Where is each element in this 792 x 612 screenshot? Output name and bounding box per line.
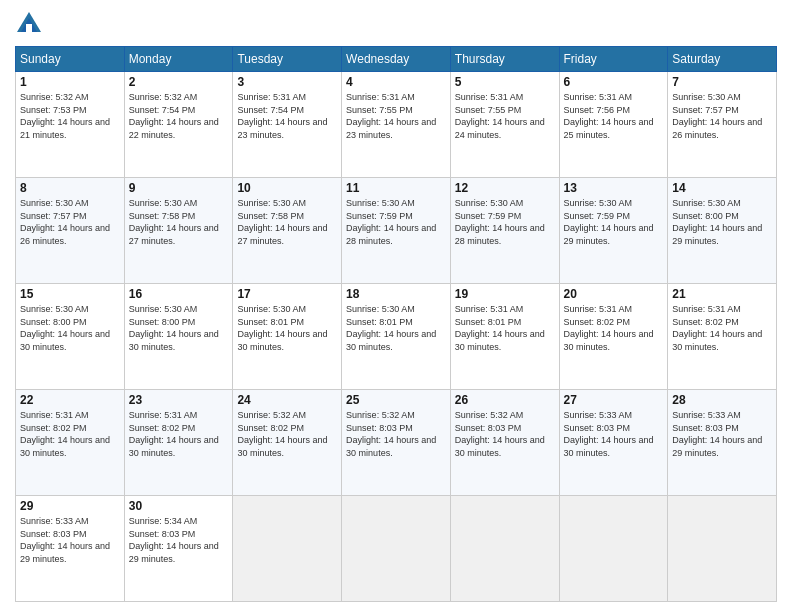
day-info: Sunrise: 5:30 AMSunset: 8:00 PMDaylight:… bbox=[672, 197, 772, 247]
calendar: SundayMondayTuesdayWednesdayThursdayFrid… bbox=[15, 46, 777, 602]
calendar-week-1: 1Sunrise: 5:32 AMSunset: 7:53 PMDaylight… bbox=[16, 72, 777, 178]
day-number: 2 bbox=[129, 75, 229, 89]
calendar-week-2: 8Sunrise: 5:30 AMSunset: 7:57 PMDaylight… bbox=[16, 178, 777, 284]
day-info: Sunrise: 5:32 AMSunset: 8:03 PMDaylight:… bbox=[455, 409, 555, 459]
calendar-cell bbox=[342, 496, 451, 602]
day-info: Sunrise: 5:30 AMSunset: 7:58 PMDaylight:… bbox=[129, 197, 229, 247]
calendar-cell: 24Sunrise: 5:32 AMSunset: 8:02 PMDayligh… bbox=[233, 390, 342, 496]
header-cell-tuesday: Tuesday bbox=[233, 47, 342, 72]
day-info: Sunrise: 5:31 AMSunset: 8:02 PMDaylight:… bbox=[129, 409, 229, 459]
day-info: Sunrise: 5:31 AMSunset: 8:01 PMDaylight:… bbox=[455, 303, 555, 353]
day-number: 29 bbox=[20, 499, 120, 513]
calendar-cell: 10Sunrise: 5:30 AMSunset: 7:58 PMDayligh… bbox=[233, 178, 342, 284]
day-number: 3 bbox=[237, 75, 337, 89]
calendar-cell: 14Sunrise: 5:30 AMSunset: 8:00 PMDayligh… bbox=[668, 178, 777, 284]
calendar-header-row: SundayMondayTuesdayWednesdayThursdayFrid… bbox=[16, 47, 777, 72]
day-info: Sunrise: 5:30 AMSunset: 7:59 PMDaylight:… bbox=[346, 197, 446, 247]
day-number: 7 bbox=[672, 75, 772, 89]
day-number: 9 bbox=[129, 181, 229, 195]
calendar-cell: 21Sunrise: 5:31 AMSunset: 8:02 PMDayligh… bbox=[668, 284, 777, 390]
calendar-cell: 16Sunrise: 5:30 AMSunset: 8:00 PMDayligh… bbox=[124, 284, 233, 390]
header-cell-thursday: Thursday bbox=[450, 47, 559, 72]
calendar-cell: 22Sunrise: 5:31 AMSunset: 8:02 PMDayligh… bbox=[16, 390, 125, 496]
calendar-cell: 17Sunrise: 5:30 AMSunset: 8:01 PMDayligh… bbox=[233, 284, 342, 390]
calendar-cell: 5Sunrise: 5:31 AMSunset: 7:55 PMDaylight… bbox=[450, 72, 559, 178]
calendar-cell: 8Sunrise: 5:30 AMSunset: 7:57 PMDaylight… bbox=[16, 178, 125, 284]
calendar-cell: 18Sunrise: 5:30 AMSunset: 8:01 PMDayligh… bbox=[342, 284, 451, 390]
day-info: Sunrise: 5:32 AMSunset: 7:54 PMDaylight:… bbox=[129, 91, 229, 141]
day-number: 24 bbox=[237, 393, 337, 407]
day-number: 1 bbox=[20, 75, 120, 89]
day-info: Sunrise: 5:30 AMSunset: 7:59 PMDaylight:… bbox=[455, 197, 555, 247]
calendar-cell bbox=[450, 496, 559, 602]
day-info: Sunrise: 5:31 AMSunset: 8:02 PMDaylight:… bbox=[672, 303, 772, 353]
day-info: Sunrise: 5:31 AMSunset: 7:54 PMDaylight:… bbox=[237, 91, 337, 141]
calendar-week-5: 29Sunrise: 5:33 AMSunset: 8:03 PMDayligh… bbox=[16, 496, 777, 602]
day-number: 16 bbox=[129, 287, 229, 301]
day-number: 6 bbox=[564, 75, 664, 89]
header bbox=[15, 10, 777, 38]
day-number: 15 bbox=[20, 287, 120, 301]
day-info: Sunrise: 5:31 AMSunset: 7:55 PMDaylight:… bbox=[346, 91, 446, 141]
day-number: 5 bbox=[455, 75, 555, 89]
day-info: Sunrise: 5:31 AMSunset: 7:56 PMDaylight:… bbox=[564, 91, 664, 141]
calendar-cell: 9Sunrise: 5:30 AMSunset: 7:58 PMDaylight… bbox=[124, 178, 233, 284]
calendar-cell bbox=[559, 496, 668, 602]
day-info: Sunrise: 5:30 AMSunset: 8:00 PMDaylight:… bbox=[129, 303, 229, 353]
calendar-cell: 19Sunrise: 5:31 AMSunset: 8:01 PMDayligh… bbox=[450, 284, 559, 390]
calendar-week-3: 15Sunrise: 5:30 AMSunset: 8:00 PMDayligh… bbox=[16, 284, 777, 390]
svg-rect-2 bbox=[26, 24, 32, 32]
day-info: Sunrise: 5:34 AMSunset: 8:03 PMDaylight:… bbox=[129, 515, 229, 565]
calendar-cell: 11Sunrise: 5:30 AMSunset: 7:59 PMDayligh… bbox=[342, 178, 451, 284]
page: SundayMondayTuesdayWednesdayThursdayFrid… bbox=[0, 0, 792, 612]
day-number: 22 bbox=[20, 393, 120, 407]
day-info: Sunrise: 5:33 AMSunset: 8:03 PMDaylight:… bbox=[672, 409, 772, 459]
calendar-body: 1Sunrise: 5:32 AMSunset: 7:53 PMDaylight… bbox=[16, 72, 777, 602]
day-info: Sunrise: 5:31 AMSunset: 8:02 PMDaylight:… bbox=[20, 409, 120, 459]
calendar-cell: 23Sunrise: 5:31 AMSunset: 8:02 PMDayligh… bbox=[124, 390, 233, 496]
calendar-cell: 15Sunrise: 5:30 AMSunset: 8:00 PMDayligh… bbox=[16, 284, 125, 390]
calendar-week-4: 22Sunrise: 5:31 AMSunset: 8:02 PMDayligh… bbox=[16, 390, 777, 496]
calendar-cell: 20Sunrise: 5:31 AMSunset: 8:02 PMDayligh… bbox=[559, 284, 668, 390]
calendar-cell: 3Sunrise: 5:31 AMSunset: 7:54 PMDaylight… bbox=[233, 72, 342, 178]
calendar-cell: 13Sunrise: 5:30 AMSunset: 7:59 PMDayligh… bbox=[559, 178, 668, 284]
day-number: 18 bbox=[346, 287, 446, 301]
header-cell-monday: Monday bbox=[124, 47, 233, 72]
calendar-cell: 4Sunrise: 5:31 AMSunset: 7:55 PMDaylight… bbox=[342, 72, 451, 178]
calendar-cell: 27Sunrise: 5:33 AMSunset: 8:03 PMDayligh… bbox=[559, 390, 668, 496]
day-info: Sunrise: 5:31 AMSunset: 8:02 PMDaylight:… bbox=[564, 303, 664, 353]
day-number: 27 bbox=[564, 393, 664, 407]
day-number: 30 bbox=[129, 499, 229, 513]
day-number: 11 bbox=[346, 181, 446, 195]
day-info: Sunrise: 5:30 AMSunset: 8:01 PMDaylight:… bbox=[346, 303, 446, 353]
day-number: 25 bbox=[346, 393, 446, 407]
calendar-cell: 28Sunrise: 5:33 AMSunset: 8:03 PMDayligh… bbox=[668, 390, 777, 496]
day-number: 14 bbox=[672, 181, 772, 195]
day-info: Sunrise: 5:30 AMSunset: 7:57 PMDaylight:… bbox=[672, 91, 772, 141]
header-cell-friday: Friday bbox=[559, 47, 668, 72]
day-number: 28 bbox=[672, 393, 772, 407]
day-number: 20 bbox=[564, 287, 664, 301]
day-info: Sunrise: 5:33 AMSunset: 8:03 PMDaylight:… bbox=[564, 409, 664, 459]
day-info: Sunrise: 5:32 AMSunset: 8:03 PMDaylight:… bbox=[346, 409, 446, 459]
day-info: Sunrise: 5:30 AMSunset: 7:57 PMDaylight:… bbox=[20, 197, 120, 247]
day-info: Sunrise: 5:32 AMSunset: 8:02 PMDaylight:… bbox=[237, 409, 337, 459]
logo-icon bbox=[15, 10, 43, 38]
calendar-cell: 26Sunrise: 5:32 AMSunset: 8:03 PMDayligh… bbox=[450, 390, 559, 496]
calendar-cell bbox=[668, 496, 777, 602]
calendar-cell: 7Sunrise: 5:30 AMSunset: 7:57 PMDaylight… bbox=[668, 72, 777, 178]
day-info: Sunrise: 5:30 AMSunset: 7:58 PMDaylight:… bbox=[237, 197, 337, 247]
header-cell-sunday: Sunday bbox=[16, 47, 125, 72]
header-cell-wednesday: Wednesday bbox=[342, 47, 451, 72]
calendar-cell bbox=[233, 496, 342, 602]
day-number: 4 bbox=[346, 75, 446, 89]
logo bbox=[15, 10, 47, 38]
day-info: Sunrise: 5:30 AMSunset: 7:59 PMDaylight:… bbox=[564, 197, 664, 247]
day-info: Sunrise: 5:31 AMSunset: 7:55 PMDaylight:… bbox=[455, 91, 555, 141]
day-info: Sunrise: 5:33 AMSunset: 8:03 PMDaylight:… bbox=[20, 515, 120, 565]
calendar-cell: 29Sunrise: 5:33 AMSunset: 8:03 PMDayligh… bbox=[16, 496, 125, 602]
day-info: Sunrise: 5:30 AMSunset: 8:01 PMDaylight:… bbox=[237, 303, 337, 353]
calendar-cell: 1Sunrise: 5:32 AMSunset: 7:53 PMDaylight… bbox=[16, 72, 125, 178]
day-number: 10 bbox=[237, 181, 337, 195]
calendar-cell: 6Sunrise: 5:31 AMSunset: 7:56 PMDaylight… bbox=[559, 72, 668, 178]
